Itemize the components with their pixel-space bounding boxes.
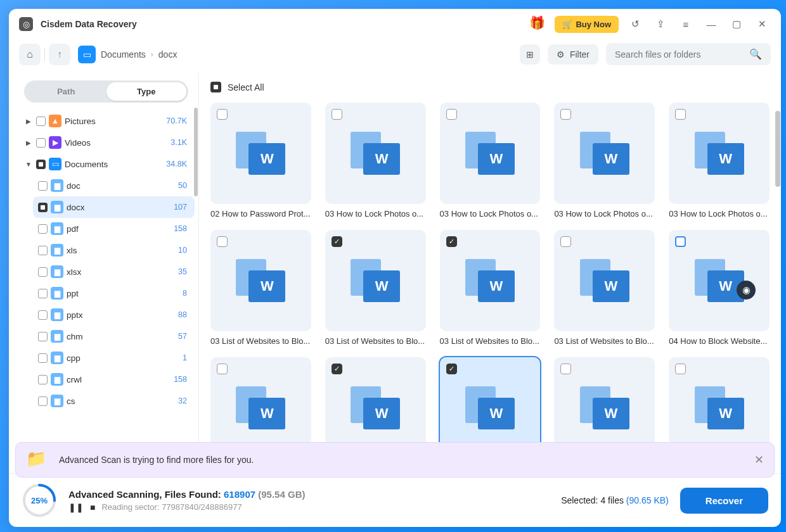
- file-item[interactable]: ✓ W 03 List of Websites to Blo...: [440, 230, 541, 346]
- notice-close-button[interactable]: ✕: [754, 453, 764, 467]
- scrollbar[interactable]: [194, 108, 198, 196]
- tree-item-docx[interactable]: ▆ docx 107: [33, 196, 195, 218]
- stop-button[interactable]: ■: [90, 502, 95, 512]
- file-name: 03 How to Lock Photos o...: [440, 209, 541, 218]
- file-thumb[interactable]: W: [325, 103, 426, 204]
- checkbox[interactable]: [38, 203, 48, 212]
- tree-item-ppt[interactable]: ▆ ppt 8: [33, 282, 195, 304]
- file-item[interactable]: W 03 How to Lock Photos o...: [325, 103, 426, 218]
- file-item[interactable]: ✓ W 03 List of Websites to Blo...: [325, 230, 426, 346]
- app-window: ◎ Cisdem Data Recovery 🎁 🛒Buy Now ↺ ⇪ ≡ …: [9, 9, 781, 527]
- file-thumb[interactable]: W: [554, 230, 655, 331]
- file-checkbox[interactable]: [332, 109, 342, 120]
- file-checkbox[interactable]: ✓: [332, 364, 342, 374]
- checkbox[interactable]: [38, 289, 48, 298]
- scrollbar[interactable]: [775, 111, 780, 187]
- file-thumb[interactable]: W: [210, 103, 311, 204]
- filter-button[interactable]: ⚙Filter: [548, 44, 598, 65]
- file-thumb[interactable]: ✓ W: [325, 230, 426, 331]
- file-checkbox[interactable]: [675, 236, 686, 247]
- tree-category-documents[interactable]: ▼ ▭ Documents 34.8K: [19, 153, 195, 175]
- tree-item-cs[interactable]: ▆ cs 32: [33, 390, 195, 412]
- tree-item-cpp[interactable]: ▆ cpp 1: [33, 347, 195, 369]
- promo-icon[interactable]: 🎁: [529, 15, 547, 33]
- tree-item-xls[interactable]: ▆ xls 10: [33, 239, 195, 261]
- file-item[interactable]: W 03 How to Lock Photos o...: [554, 103, 655, 218]
- tree-item-crwl[interactable]: ▆ crwl 158: [33, 369, 195, 390]
- home-button[interactable]: ⌂: [19, 44, 41, 65]
- checkbox[interactable]: [36, 160, 46, 169]
- checkbox[interactable]: [38, 375, 48, 384]
- checkbox[interactable]: [38, 396, 48, 406]
- close-button[interactable]: ✕: [753, 15, 771, 33]
- checkbox[interactable]: [38, 332, 48, 341]
- scan-notice: 📁 Advanced Scan is trying to find more f…: [15, 442, 775, 478]
- tree-item-pdf[interactable]: ▆ pdf 158: [33, 218, 195, 239]
- minimize-button[interactable]: —: [702, 15, 720, 33]
- tree-item-doc[interactable]: ▆ doc 50: [33, 175, 195, 196]
- folder-icon: ▆: [51, 201, 63, 213]
- file-checkbox[interactable]: [217, 236, 228, 247]
- search-input[interactable]: [615, 49, 744, 60]
- file-name: 02 How to Password Prot...: [210, 209, 311, 218]
- search-box[interactable]: 🔍: [606, 43, 771, 65]
- menu-icon[interactable]: ≡: [677, 15, 695, 33]
- file-checkbox[interactable]: [217, 109, 228, 120]
- file-thumb[interactable]: W: [669, 103, 770, 204]
- search-icon[interactable]: 🔍: [749, 48, 762, 60]
- buy-now-button[interactable]: 🛒Buy Now: [555, 16, 619, 33]
- file-thumb[interactable]: ✓ W: [440, 230, 541, 331]
- preview-icon[interactable]: ◉: [737, 281, 756, 300]
- checkbox[interactable]: [38, 181, 48, 191]
- select-all-checkbox[interactable]: [210, 82, 221, 92]
- maximize-button[interactable]: ▢: [728, 15, 745, 33]
- checkbox[interactable]: [38, 224, 48, 234]
- file-item[interactable]: W 03 List of Websites to Blo...: [554, 230, 655, 346]
- checkbox[interactable]: [38, 246, 48, 255]
- category-icon: ▭: [49, 158, 61, 170]
- file-checkbox[interactable]: ✓: [332, 236, 342, 247]
- checkbox[interactable]: [38, 267, 48, 277]
- breadcrumb-root[interactable]: Documents: [101, 49, 146, 60]
- word-icon: W: [465, 259, 515, 302]
- tree-item-pptx[interactable]: ▆ pptx 88: [33, 304, 195, 326]
- file-checkbox[interactable]: ✓: [446, 364, 457, 374]
- file-item[interactable]: W 02 How to Password Prot...: [210, 103, 311, 218]
- file-checkbox[interactable]: [675, 364, 686, 374]
- checkbox[interactable]: [38, 310, 48, 320]
- notice-icon: 📁: [26, 449, 50, 471]
- file-thumb[interactable]: W: [554, 103, 655, 204]
- file-item[interactable]: W 03 How to Lock Photos o...: [440, 103, 541, 218]
- history-icon[interactable]: ↺: [626, 15, 644, 33]
- file-thumb[interactable]: W ◉: [669, 230, 770, 331]
- titlebar: ◎ Cisdem Data Recovery 🎁 🛒Buy Now ↺ ⇪ ≡ …: [9, 9, 781, 39]
- file-item[interactable]: W ◉ 04 How to Block Website...: [669, 230, 770, 346]
- pause-button[interactable]: ❚❚: [68, 502, 84, 512]
- tree-category-videos[interactable]: ▶ ▶ Videos 3.1K: [19, 132, 195, 153]
- file-checkbox[interactable]: ✓: [446, 236, 457, 247]
- tree-item-chm[interactable]: ▆ chm 57: [33, 326, 195, 347]
- file-checkbox[interactable]: [217, 364, 228, 374]
- file-thumb[interactable]: W: [210, 230, 311, 331]
- checkbox[interactable]: [38, 353, 48, 363]
- tab-path[interactable]: Path: [26, 82, 106, 101]
- file-item[interactable]: W 03 List of Websites to Blo...: [210, 230, 311, 346]
- recover-button[interactable]: Recover: [680, 488, 768, 514]
- selection-info: Selected: 4 files (90.65 KB): [561, 495, 669, 505]
- file-checkbox[interactable]: [560, 109, 571, 120]
- file-checkbox[interactable]: [560, 364, 571, 374]
- file-checkbox[interactable]: [560, 236, 571, 247]
- up-button[interactable]: ↑: [49, 44, 70, 65]
- tab-type[interactable]: Type: [106, 82, 187, 101]
- tree-category-pictures[interactable]: ▶ ▲ Pictures 70.7K: [19, 110, 195, 132]
- tree-item-xlsx[interactable]: ▆ xlsx 35: [33, 261, 195, 282]
- checkbox[interactable]: [36, 138, 46, 148]
- breadcrumb-current: docx: [158, 49, 177, 60]
- export-icon[interactable]: ⇪: [652, 15, 669, 33]
- checkbox[interactable]: [36, 117, 46, 126]
- file-checkbox[interactable]: [446, 109, 457, 120]
- file-thumb[interactable]: W: [440, 103, 541, 204]
- file-item[interactable]: W 03 How to Lock Photos o...: [669, 103, 770, 218]
- file-checkbox[interactable]: [675, 109, 686, 120]
- grid-view-button[interactable]: ⊞: [520, 44, 540, 65]
